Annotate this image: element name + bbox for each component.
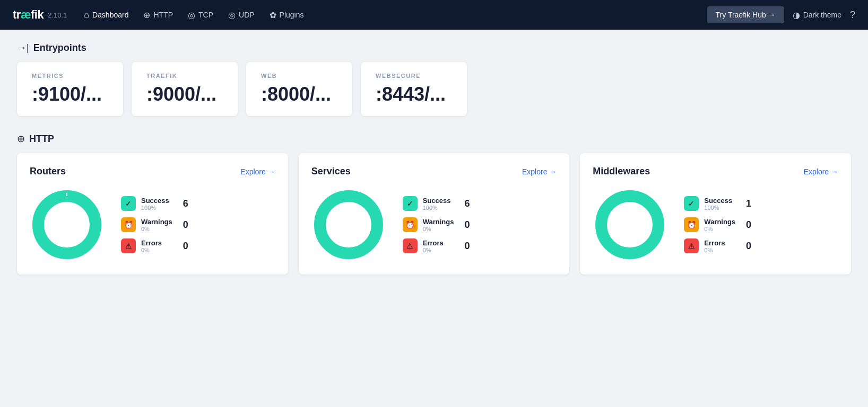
main-content: →| Entrypoints METRICS :9100/... TRAEFIK… <box>0 30 868 287</box>
ep-card-traefik: TRAEFIK :9000/... <box>132 62 238 116</box>
svg-point-5 <box>601 196 658 253</box>
routers-card: Routers Explore → ✓ <box>17 153 288 275</box>
plugins-icon: ✿ <box>270 10 276 20</box>
routers-errors-count: 0 <box>178 241 188 252</box>
ep-label-web: WEB <box>261 73 337 79</box>
nav-dashboard[interactable]: ⌂ Dashboard <box>84 10 128 20</box>
navbar: træfik 2.10.1 ⌂ Dashboard ⊕ HTTP ◎ TCP ◎… <box>0 0 868 30</box>
http-title: HTTP <box>29 134 54 145</box>
routers-explore-link[interactable]: Explore → <box>240 167 275 176</box>
middlewares-success-item: ✓ Success 100% 1 <box>684 196 751 211</box>
middlewares-card: Middlewares Explore → ✓ S <box>580 153 851 275</box>
ep-card-metrics: METRICS :9100/... <box>17 62 123 116</box>
routers-title: Routers <box>30 166 66 177</box>
ep-value-websecure: :8443/... <box>376 83 452 105</box>
services-card-body: ✓ Success 100% 6 ⏰ Warnings 0% <box>311 188 557 262</box>
services-card-header: Services Explore → <box>311 166 557 177</box>
routers-success-item: ✓ Success 100% 6 <box>121 196 188 211</box>
http-globe-icon: ⊕ <box>17 133 25 145</box>
error-icon: ⚠ <box>121 238 136 253</box>
middlewares-success-count: 1 <box>741 198 751 209</box>
routers-legend: ✓ Success 100% 6 ⏰ Warnings 0% <box>121 196 188 253</box>
services-errors-count: 0 <box>459 241 470 252</box>
ep-value-web: :8000/... <box>261 83 337 105</box>
ep-label-metrics: METRICS <box>32 73 108 79</box>
middlewares-error-icon: ⚠ <box>684 238 699 253</box>
services-warning-icon: ⏰ <box>403 217 418 232</box>
http-section: ⊕ HTTP Routers Explore → <box>17 133 851 275</box>
http-header: ⊕ HTTP <box>17 133 851 145</box>
services-donut-svg <box>311 188 386 262</box>
entrypoints-title: Entrypoints <box>33 42 86 54</box>
globe-icon: ⊕ <box>143 10 150 20</box>
services-success-icon: ✓ <box>403 196 418 211</box>
middlewares-explore-link[interactable]: Explore → <box>804 167 838 176</box>
entrypoints-icon: →| <box>17 42 29 54</box>
middlewares-warnings-item: ⏰ Warnings 0% 0 <box>684 217 751 232</box>
middlewares-donut-svg <box>593 188 667 262</box>
middlewares-donut <box>593 188 667 262</box>
success-icon: ✓ <box>121 196 136 211</box>
warning-icon: ⏰ <box>121 217 136 232</box>
services-card: Services Explore → ✓ Succ <box>299 153 570 275</box>
middlewares-card-body: ✓ Success 100% 1 ⏰ Warnings 0% <box>593 188 838 262</box>
home-icon: ⌂ <box>84 10 89 20</box>
services-legend: ✓ Success 100% 6 ⏰ Warnings 0% <box>403 196 470 253</box>
hub-button[interactable]: Try Traefik Hub → <box>707 6 784 23</box>
services-warnings-item: ⏰ Warnings 0% 0 <box>403 217 470 232</box>
middlewares-success-icon: ✓ <box>684 196 699 211</box>
nav-links: ⌂ Dashboard ⊕ HTTP ◎ TCP ◎ UDP ✿ Plugins <box>84 10 690 20</box>
udp-icon: ◎ <box>228 10 236 20</box>
theme-icon: ◑ <box>793 10 800 20</box>
routers-errors-item: ⚠ Errors 0% 0 <box>121 238 188 253</box>
services-warnings-count: 0 <box>459 219 470 231</box>
ep-label-traefik: TRAEFIK <box>146 73 223 79</box>
middlewares-errors-count: 0 <box>741 241 751 252</box>
nav-udp[interactable]: ◎ UDP <box>228 10 255 20</box>
services-explore-link[interactable]: Explore → <box>522 167 557 176</box>
routers-card-body: ✓ Success 100% 6 ⏰ Warnings 0% <box>30 188 275 262</box>
http-cards-grid: Routers Explore → ✓ <box>17 153 851 275</box>
nav-right: Try Traefik Hub → ◑ Dark theme ? <box>707 6 855 23</box>
version-label: 2.10.1 <box>48 11 67 19</box>
routers-card-header: Routers Explore → <box>30 166 275 177</box>
ep-value-traefik: :9000/... <box>146 83 223 105</box>
svg-point-3 <box>320 196 377 253</box>
brand: træfik 2.10.1 <box>13 8 67 22</box>
nav-plugins[interactable]: ✿ Plugins <box>270 10 304 20</box>
services-success-item: ✓ Success 100% 6 <box>403 196 470 211</box>
services-success-count: 6 <box>459 198 470 209</box>
routers-warnings-item: ⏰ Warnings 0% 0 <box>121 217 188 232</box>
middlewares-errors-item: ⚠ Errors 0% 0 <box>684 238 751 253</box>
routers-donut <box>30 188 104 262</box>
svg-point-0 <box>38 196 96 253</box>
routers-warnings-count: 0 <box>178 219 188 231</box>
tcp-icon: ◎ <box>188 10 195 20</box>
dark-theme-toggle[interactable]: ◑ Dark theme <box>793 10 841 20</box>
middlewares-warnings-count: 0 <box>741 219 751 231</box>
nav-http[interactable]: ⊕ HTTP <box>143 10 173 20</box>
logo: træfik <box>13 8 44 22</box>
services-donut <box>311 188 386 262</box>
services-error-icon: ⚠ <box>403 238 418 253</box>
middlewares-title: Middlewares <box>593 166 650 177</box>
ep-card-web: WEB :8000/... <box>246 62 352 116</box>
entrypoints-grid: METRICS :9100/... TRAEFIK :9000/... WEB … <box>17 62 851 116</box>
services-errors-item: ⚠ Errors 0% 0 <box>403 238 470 253</box>
nav-tcp[interactable]: ◎ TCP <box>188 10 213 20</box>
ep-card-websecure: WEBSECURE :8443/... <box>361 62 467 116</box>
routers-success-count: 6 <box>178 198 188 209</box>
middlewares-card-header: Middlewares Explore → <box>593 166 838 177</box>
middlewares-legend: ✓ Success 100% 1 ⏰ Warnings 0% <box>684 196 751 253</box>
ep-value-metrics: :9100/... <box>32 83 108 105</box>
routers-donut-svg <box>30 188 104 262</box>
entrypoints-header: →| Entrypoints <box>17 42 851 54</box>
services-title: Services <box>311 166 351 177</box>
ep-label-websecure: WEBSECURE <box>376 73 452 79</box>
middlewares-warning-icon: ⏰ <box>684 217 699 232</box>
help-icon[interactable]: ? <box>850 10 855 21</box>
